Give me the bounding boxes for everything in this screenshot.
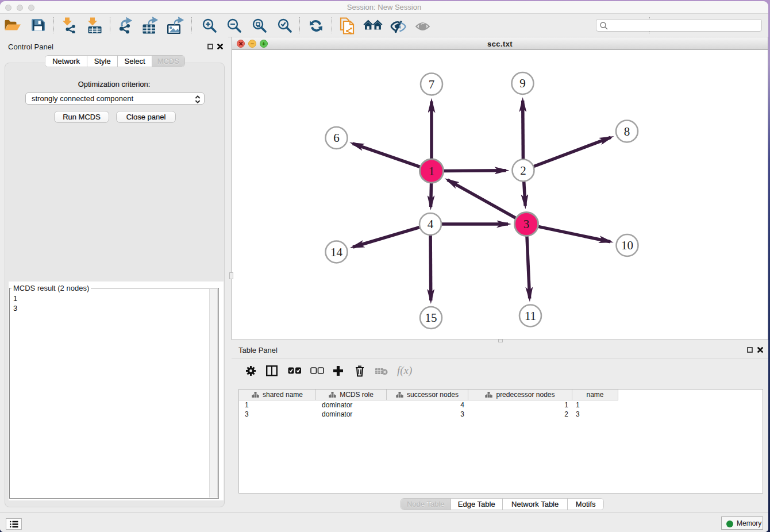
svg-text:7: 7 [429,78,435,91]
svg-text:2: 2 [520,164,526,178]
svg-text:6: 6 [333,131,340,145]
svg-text:8: 8 [624,125,630,138]
svg-text:10: 10 [621,238,633,252]
svg-text:14: 14 [330,245,343,259]
svg-text:11: 11 [525,309,536,323]
svg-text:9: 9 [519,76,526,90]
svg-text:15: 15 [425,311,437,325]
svg-text:4: 4 [428,217,434,231]
svg-text:1: 1 [429,164,435,178]
svg-text:3: 3 [523,217,530,231]
